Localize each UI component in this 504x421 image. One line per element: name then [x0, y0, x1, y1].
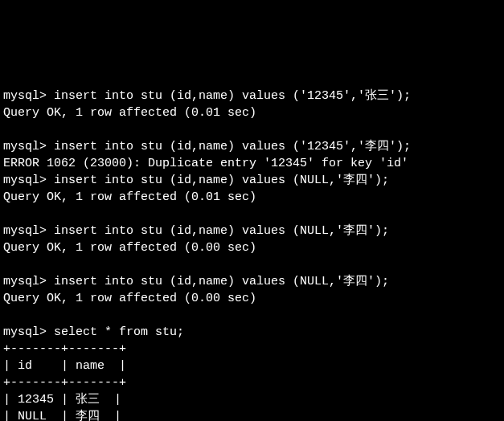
- sql-command-line: mysql> insert into stu (id,name) values …: [3, 89, 411, 103]
- query-ok-line: Query OK, 1 row affected (0.01 sec): [3, 190, 256, 204]
- sql-command-line: mysql> insert into stu (id,name) values …: [3, 224, 389, 238]
- sql-command-line: mysql> insert into stu (id,name) values …: [3, 140, 411, 153]
- query-ok-line: Query OK, 1 row affected (0.00 sec): [3, 292, 256, 305]
- table-header-line: | id | name |: [3, 359, 126, 373]
- table-row: | 12345 | 张三 |: [3, 393, 121, 407]
- table-border-line: +-------+-------+: [3, 342, 126, 356]
- table-border-line: +-------+-------+: [3, 376, 126, 390]
- query-ok-line: Query OK, 1 row affected (0.00 sec): [3, 241, 256, 255]
- terminal-output: mysql> insert into stu (id,name) values …: [3, 71, 501, 421]
- query-ok-line: Query OK, 1 row affected (0.01 sec): [3, 106, 256, 120]
- sql-select-line: mysql> select * from stu;: [3, 325, 184, 339]
- sql-command-line: mysql> insert into stu (id,name) values …: [3, 174, 389, 187]
- error-line: ERROR 1062 (23000): Duplicate entry '123…: [3, 157, 408, 170]
- sql-command-line: mysql> insert into stu (id,name) values …: [3, 275, 389, 288]
- table-row: | NULL | 李四 |: [3, 410, 121, 421]
